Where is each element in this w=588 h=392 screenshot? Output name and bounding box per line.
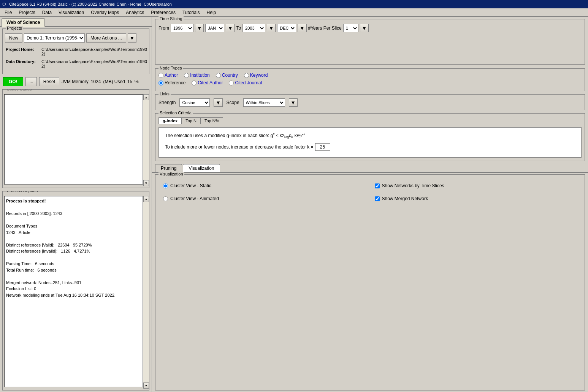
- bottom-tab-bar: Pruning Visualization: [152, 163, 588, 173]
- pr-scrollbar-down[interactable]: ▼: [143, 383, 149, 389]
- jvm-value: 1024: [91, 79, 101, 84]
- menu-file[interactable]: File: [2, 9, 15, 16]
- scale-value-input[interactable]: [315, 143, 330, 151]
- process-reports-label: Process Reports: [6, 191, 39, 193]
- data-directory-value: C:\Users\aaron\.citespace\Examples\WoS\T…: [41, 59, 149, 68]
- config-panels: Node Types Author Institution Country: [152, 67, 588, 163]
- from-year-dropdown[interactable]: ▼: [195, 24, 204, 32]
- process-line-12: [6, 273, 141, 280]
- projects-section: Projects New Demo 1: Terrorism (1996-200…: [2, 28, 149, 74]
- percent-sign: %: [135, 79, 139, 84]
- scope-dropdown[interactable]: ▼: [289, 98, 298, 107]
- keyword-label: Keyword: [250, 73, 268, 78]
- pr-scrollbar-up[interactable]: ▲: [143, 196, 149, 202]
- space-status-content: [4, 94, 143, 185]
- process-reports-scrollbar[interactable]: ▲ ▼: [143, 196, 149, 389]
- show-networks-label: Show Networks by Time Slices: [382, 183, 444, 188]
- menu-tutorials[interactable]: Tutorials: [179, 9, 203, 16]
- radio-cluster-animated[interactable]: Cluster View - Animated: [163, 196, 366, 201]
- process-line-10: Parsing Time: 6 seconds: [6, 261, 141, 267]
- radio-reference[interactable]: Reference: [158, 80, 185, 85]
- to-month-dropdown[interactable]: ▼: [298, 24, 306, 32]
- menu-visualization[interactable]: Visualization: [55, 9, 87, 16]
- radio-keyword[interactable]: Keyword: [244, 73, 268, 78]
- menu-data[interactable]: Data: [39, 9, 55, 16]
- process-line-0: Process is stopped!: [6, 198, 141, 204]
- process-line-6: [6, 236, 141, 242]
- years-per-slice-select[interactable]: 1: [343, 24, 358, 32]
- strength-select[interactable]: Cosine Pearson Jaccard: [179, 98, 210, 107]
- strength-dropdown[interactable]: ▼: [214, 98, 222, 107]
- title-text: CiteSpace 6.1.R3 (64-bit) Basic - (c) 20…: [9, 2, 172, 6]
- cited-journal-label: Cited Journal: [235, 80, 262, 85]
- cluster-static-label: Cluster View - Static: [170, 183, 211, 188]
- visualization-panel: Visualization Cluster View - Static Clus…: [155, 174, 585, 390]
- scope-select[interactable]: Within Slices Overall: [243, 98, 285, 107]
- radio-author[interactable]: Author: [158, 73, 178, 78]
- radio-country[interactable]: Country: [216, 73, 238, 78]
- more-actions-dropdown[interactable]: ▼: [128, 33, 136, 43]
- process-line-8: Distinct references [Invalid]: 1126 4.72…: [6, 248, 141, 254]
- links-label: Links: [158, 92, 171, 96]
- menu-preferences[interactable]: Preferences: [148, 9, 179, 16]
- selection-tabs: g-index Top N Top N%: [158, 117, 582, 124]
- process-line-14: Exclusion List: 0: [6, 286, 141, 292]
- to-year-dropdown[interactable]: ▼: [267, 24, 276, 32]
- from-label: From: [158, 25, 169, 31]
- scrollbar-down[interactable]: ▼: [143, 180, 149, 186]
- stop-button[interactable]: ...: [25, 77, 37, 86]
- to-label: To: [236, 25, 241, 31]
- scale-row: To include more or fewer nodes, increase…: [165, 143, 575, 151]
- years-per-slice-label: #Years Per Slice: [308, 25, 342, 31]
- project-home-label: Project Home:: [6, 47, 40, 52]
- scrollbar-up[interactable]: ▲: [143, 94, 149, 100]
- menu-projects[interactable]: Projects: [16, 9, 38, 16]
- tab-top-n-percent[interactable]: Top N%: [200, 117, 223, 124]
- cited-author-label: Cited Author: [198, 80, 223, 85]
- menu-analytics[interactable]: Analytics: [123, 9, 147, 16]
- process-reports-section: Process Reports Process is stopped! Reco…: [2, 191, 149, 390]
- process-line-9: [6, 254, 141, 261]
- time-slicing-controls: From 1996 ▼ JAN ▼ To 2003 ▼ DEC ▼ #Years: [158, 24, 582, 32]
- radio-cited-author[interactable]: Cited Author: [192, 80, 223, 85]
- node-types-section: Node Types Author Institution Country: [155, 68, 585, 91]
- from-month-select[interactable]: JAN: [205, 24, 224, 32]
- years-per-slice-dropdown[interactable]: ▼: [360, 24, 369, 32]
- from-year-select[interactable]: 1996: [171, 24, 193, 32]
- to-month-select[interactable]: DEC: [277, 24, 296, 32]
- node-types-row2: Reference Cited Author Cited Journal: [158, 80, 582, 85]
- scrollbar-track: [143, 100, 149, 180]
- to-year-select[interactable]: 2003: [242, 24, 265, 32]
- menu-help[interactable]: Help: [204, 9, 219, 16]
- process-reports-content: Process is stopped! Records in [ 2000-20…: [4, 196, 143, 387]
- main-layout: Web of Science Projects New Demo 1: Terr…: [0, 17, 588, 392]
- selection-criteria-section: Selection Criteria g-index Top N Top N% …: [155, 113, 585, 161]
- checkbox-show-networks[interactable]: Show Networks by Time Slices: [375, 183, 577, 188]
- tab-g-index[interactable]: g-index: [158, 117, 182, 124]
- project-home-row: Project Home: C:\Users\aaron\.citespace\…: [6, 47, 146, 56]
- left-panel: Web of Science Projects New Demo 1: Terr…: [0, 17, 152, 392]
- new-button[interactable]: New: [5, 33, 22, 43]
- radio-cited-journal[interactable]: Cited Journal: [229, 80, 262, 85]
- radio-cluster-static[interactable]: Cluster View - Static: [163, 183, 366, 188]
- from-month-dropdown[interactable]: ▼: [226, 24, 235, 32]
- tab-top-n[interactable]: Top N: [181, 117, 201, 124]
- go-button[interactable]: GO!: [3, 77, 23, 86]
- projects-controls: New Demo 1: Terrorism (1996-2003) More A…: [3, 29, 149, 45]
- tab-visualization[interactable]: Visualization: [183, 164, 220, 172]
- selection-content: The selection uses a modified g-index in…: [158, 127, 582, 158]
- process-line-11: Total Run time: 6 seconds: [6, 267, 141, 273]
- used-percent: 15: [127, 79, 132, 84]
- space-status-scrollbar[interactable]: ▲ ▼: [143, 94, 149, 186]
- data-directory-row: Data Directory: C:\Users\aaron\.citespac…: [6, 59, 146, 68]
- pr-scrollbar-track: [143, 202, 149, 383]
- menu-overlay-maps[interactable]: Overlay Maps: [88, 9, 122, 16]
- reset-button[interactable]: Reset: [39, 77, 59, 86]
- process-line-13: Merged network: Nodes=251, Links=931: [6, 280, 141, 286]
- tab-pruning[interactable]: Pruning: [155, 164, 182, 172]
- more-actions-button[interactable]: More Actions ...: [86, 33, 126, 43]
- project-select[interactable]: Demo 1: Terrorism (1996-2003): [24, 33, 85, 43]
- institution-label: Institution: [190, 73, 209, 78]
- checkbox-show-merged[interactable]: Show Merged Network: [375, 196, 577, 201]
- radio-institution[interactable]: Institution: [184, 73, 209, 78]
